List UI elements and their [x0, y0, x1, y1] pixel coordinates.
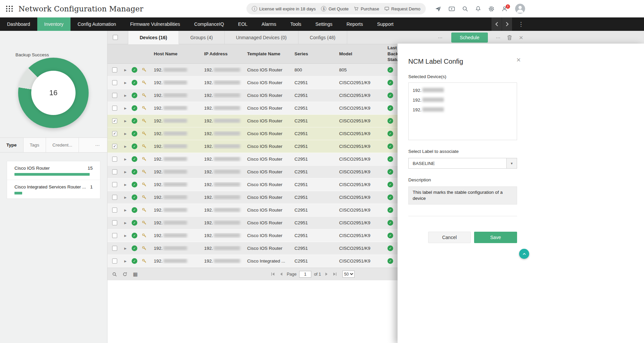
refresh-icon[interactable] — [123, 272, 127, 277]
row-checkbox[interactable] — [112, 93, 117, 98]
support-bubble[interactable] — [519, 249, 529, 259]
nav-item-firmware-vulnerabilities[interactable]: Firmware Vulnerabilities — [123, 17, 187, 31]
nav-item-tools[interactable]: Tools — [283, 17, 309, 31]
expand-row-icon[interactable]: ▶ — [122, 68, 132, 72]
page-size-select[interactable]: 50 — [342, 271, 355, 278]
row-checkbox[interactable] — [112, 195, 117, 200]
nav-scroll-left-icon[interactable] — [491, 17, 502, 31]
column-chooser-icon[interactable]: ▦ — [133, 271, 138, 277]
nav-item-complianceiq[interactable]: ComplianceIQ — [187, 17, 231, 31]
row-checkbox[interactable] — [112, 259, 117, 264]
expand-row-icon[interactable]: ▶ — [122, 170, 132, 174]
notifications-bell-icon[interactable] — [475, 6, 481, 12]
search-icon[interactable] — [462, 6, 468, 12]
expand-row-icon[interactable]: ▶ — [122, 145, 132, 148]
tab-groups-4[interactable]: Groups (4) — [179, 31, 224, 44]
table-search-icon[interactable] — [112, 272, 117, 277]
chevron-down-icon[interactable]: ▾ — [506, 158, 517, 168]
row-checkbox[interactable] — [112, 220, 117, 225]
next-page-icon[interactable] — [324, 271, 329, 277]
sidebar-tabs-more-icon[interactable]: ⋯ — [89, 138, 107, 152]
expand-row-icon[interactable]: ▶ — [122, 221, 132, 225]
expand-row-icon[interactable]: ▶ — [122, 94, 132, 97]
model-cell: CISCO2951/K9 — [334, 195, 381, 200]
nav-item-settings[interactable]: Settings — [308, 17, 339, 31]
last-page-icon[interactable] — [332, 271, 338, 277]
video-icon[interactable] — [449, 6, 455, 12]
row-checkbox[interactable] — [112, 106, 117, 111]
row-checkbox[interactable] — [112, 182, 117, 187]
nav-item-support[interactable]: Support — [370, 17, 401, 31]
column-header-ip-address[interactable]: IP Address — [201, 51, 242, 56]
expand-row-icon[interactable]: ▶ — [122, 107, 132, 110]
expand-row-icon[interactable]: ▶ — [122, 132, 132, 135]
nav-overflow-icon[interactable]: ⋮ — [517, 21, 525, 28]
nav-item-eol[interactable]: EOL — [231, 17, 255, 31]
delete-trash-icon[interactable] — [507, 35, 512, 40]
type-list-item[interactable]: Cisco Integrated Services Router ... 1 — [7, 180, 100, 198]
previous-page-icon[interactable] — [278, 271, 284, 277]
user-alert-icon[interactable]: ! — [502, 6, 508, 12]
row-checkbox[interactable] — [112, 157, 117, 162]
send-icon[interactable] — [435, 6, 442, 12]
row-checkbox[interactable] — [112, 208, 117, 213]
toolbar-more-right-icon[interactable]: ⋯ — [494, 35, 503, 40]
sidebar-tab-credent[interactable]: Credent... — [46, 138, 79, 152]
nav-item-dashboard[interactable]: Dashboard — [0, 17, 37, 31]
redacted-host — [164, 233, 187, 237]
column-header-series[interactable]: Series — [289, 51, 334, 56]
page-number-input[interactable] — [299, 271, 311, 278]
cancel-button[interactable]: Cancel — [428, 232, 471, 243]
toolbar-more-left-icon[interactable]: ⋯ — [436, 35, 445, 40]
nav-item-reports[interactable]: Reports — [339, 17, 370, 31]
label-select[interactable]: BASELINE ▾ — [408, 158, 517, 169]
expand-row-icon[interactable]: ▶ — [122, 183, 132, 186]
tab-devices-16[interactable]: Devices (16) — [128, 31, 179, 44]
get-quote-link[interactable]: $ Get Quote — [321, 6, 349, 11]
row-checkbox[interactable]: ✓ — [112, 118, 117, 123]
expand-row-icon[interactable]: ▶ — [122, 196, 132, 199]
apps-grid-icon[interactable] — [6, 6, 13, 12]
column-header-model[interactable]: Model — [334, 51, 381, 56]
row-checkbox[interactable]: ✓ — [112, 144, 117, 149]
column-header-template-name[interactable]: Template Name — [242, 51, 289, 56]
panel-close-icon[interactable]: × — [516, 56, 521, 64]
row-checkbox[interactable] — [112, 67, 117, 72]
row-checkbox[interactable]: ✓ — [112, 131, 117, 136]
user-avatar[interactable] — [515, 4, 525, 14]
description-field[interactable]: This label marks the stable configuratio… — [408, 186, 517, 205]
expand-row-icon[interactable]: ▶ — [122, 81, 132, 84]
expand-row-icon[interactable]: ▶ — [122, 247, 132, 250]
row-checkbox[interactable] — [112, 246, 117, 251]
type-list-item[interactable]: Cisco IOS Router 15 — [7, 161, 100, 180]
settings-gear-icon[interactable] — [488, 6, 495, 12]
backup-success-donut[interactable]: 16 — [18, 58, 89, 128]
expand-row-icon[interactable]: ▶ — [122, 158, 132, 161]
sidebar-tab-tags[interactable]: Tags — [24, 138, 46, 152]
request-demo-link[interactable]: Request Demo — [384, 6, 420, 11]
redacted-ip — [214, 221, 240, 225]
tab-unmanaged-devices-0[interactable]: Unmanaged Devices (0) — [224, 31, 298, 44]
column-header-host-name[interactable]: Host Name — [150, 51, 201, 56]
expand-row-icon[interactable]: ▶ — [122, 209, 132, 212]
save-button[interactable]: Save — [474, 232, 517, 243]
nav-item-inventory[interactable]: Inventory — [37, 17, 71, 31]
nav-scroll-right-icon[interactable] — [502, 17, 512, 31]
row-checkbox[interactable] — [112, 80, 117, 85]
expand-row-icon[interactable]: ▶ — [122, 260, 132, 263]
expand-row-icon[interactable]: ▶ — [122, 119, 132, 123]
row-checkbox[interactable] — [112, 169, 117, 174]
credential-key-icon — [140, 157, 150, 162]
row-checkbox[interactable] — [112, 233, 117, 238]
close-view-icon[interactable]: × — [519, 34, 523, 41]
nav-item-config-automation[interactable]: Config Automation — [71, 17, 123, 31]
first-page-icon[interactable] — [270, 271, 276, 277]
managed-status-icon: ✓ — [132, 245, 137, 251]
expand-row-icon[interactable]: ▶ — [122, 234, 132, 237]
nav-item-alarms[interactable]: Alarms — [255, 17, 283, 31]
schedule-button[interactable]: Schedule — [451, 33, 488, 43]
sidebar-tab-type[interactable]: Type — [0, 138, 24, 152]
tab-configs-48[interactable]: Configs (48) — [298, 31, 347, 44]
select-all-checkbox[interactable] — [113, 35, 118, 40]
purchase-link[interactable]: Purchase — [354, 6, 379, 11]
